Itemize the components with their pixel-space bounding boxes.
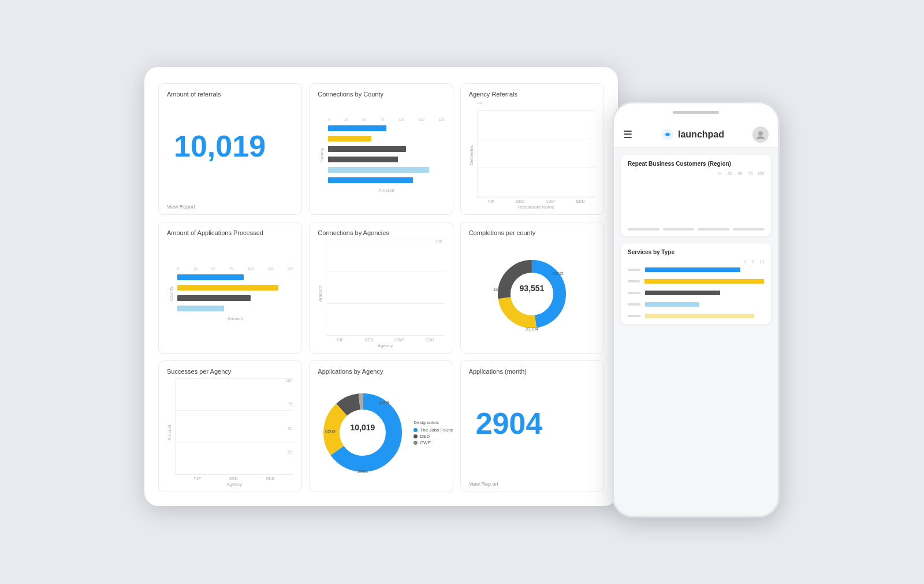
bar-label-cwp2: CWP [394, 338, 404, 342]
hamburger-icon[interactable]: ☰ [623, 128, 632, 141]
card-applications-agency: Applications by Agency 10,019 6509 [309, 360, 453, 492]
card-title-completions: Completions per county [469, 229, 595, 236]
card-amount-referrals: Amount of referrals 10,019 View Report [158, 83, 302, 215]
view-report-month[interactable]: View Rep ort [469, 478, 595, 487]
logo-text: launchpad [678, 129, 724, 140]
mobile-hbar-5 [628, 314, 764, 318]
y-axis-label-amount2: Amount [167, 425, 172, 441]
tablet: Amount of referrals 10,019 View Report C… [144, 67, 618, 506]
card-title-county: Connections by County [318, 91, 444, 98]
svg-text:2506: 2506 [357, 469, 368, 474]
scene: Amount of referrals 10,019 View Report C… [144, 67, 780, 518]
donut-completions: 93,551 44,132 23,104 26315 [469, 240, 595, 348]
card-title-apps-month: Applications (month) [469, 368, 595, 375]
card-connections-county: Connections by County County 0 25 50 75 … [309, 83, 453, 215]
x-axis-agency: Agency [326, 343, 444, 348]
referrals-value: 10,019 [174, 121, 293, 161]
mobile-card-services: Services by Type 0 5 10 [621, 243, 771, 324]
bar-label-edd2: EDD [425, 338, 434, 342]
card-title-connections-agencies: Connections by Agencies [318, 229, 444, 236]
mobile-hbar-4 [628, 302, 764, 307]
x-axis-agency2: Agency [175, 482, 293, 487]
mobile-chart-services: 0 5 10 [628, 260, 764, 318]
donut-apps: 10,019 6509 2506 1003 [318, 378, 410, 487]
mobile-card-title-repeat: Repeat Business Customers (Region) [628, 161, 764, 167]
legend-item-ded: DED [413, 434, 453, 439]
mobile-hbar-3 [628, 291, 764, 295]
bar-label-tjf3: TJF [194, 477, 201, 481]
bar-label-edd3: EDD [266, 477, 275, 481]
mobile-logo: launchpad [661, 128, 724, 142]
card-applications-processed: Amount of Applications Processed County … [158, 222, 302, 354]
svg-text:10,019: 10,019 [351, 423, 375, 432]
card-title-successes: Successes per Agency [167, 368, 293, 375]
logo-svg [661, 128, 675, 142]
svg-text:44,132: 44,132 [494, 288, 506, 292]
svg-point-17 [758, 131, 763, 136]
bar-label-ded: DED [516, 199, 524, 203]
mobile-card-title-services: Services by Type [628, 249, 764, 255]
view-report-link[interactable]: View Report [167, 200, 293, 210]
legend-label-ded: DED [420, 434, 430, 439]
bar-label-cwp: CWP [546, 199, 555, 203]
bar-label-ded2: DED [365, 338, 374, 342]
svg-text:23,104: 23,104 [526, 327, 539, 331]
notch-bar [673, 111, 719, 114]
bar-label-edd: EDD [576, 199, 585, 203]
mobile-content: Repeat Business Customers (Region) 0 25 … [614, 148, 778, 516]
card-agency-referrals: Agency Referrals Deliveries 100 [460, 83, 604, 215]
mobile-hbar-2 [628, 279, 764, 284]
apps-month-value: 2904 [476, 398, 595, 438]
legend-dot-dark [413, 434, 418, 438]
card-applications-month: Applications (month) 2904 View Rep ort [460, 360, 604, 492]
card-title-apps-agency: Applications by Agency [318, 368, 444, 375]
card-title-referrals: Amount of referrals [167, 91, 293, 98]
legend-item-cwp: CWP [413, 440, 453, 445]
x-axis-restaurant: Restaurant Name [477, 204, 595, 210]
svg-point-16 [666, 133, 669, 136]
legend-label-cwp: CWP [420, 440, 431, 445]
bar-label-tjf2: TJF [337, 338, 344, 342]
x-axis-amount-apps: Amount [177, 316, 293, 321]
card-completions-county: Completions per county 93,551 44,132 23,… [460, 222, 604, 354]
card-successes-agency: Successes per Agency Amount 100 75 [158, 360, 302, 492]
svg-text:93,551: 93,551 [520, 284, 545, 293]
legend-dot-gray [413, 441, 418, 445]
y-axis-label-deliveries: Deliveries [469, 145, 474, 165]
bar-label-ded3: DED [229, 477, 238, 481]
x-axis-amount-county: Amount [328, 188, 444, 193]
mobile-header: ☰ launchpad [614, 122, 778, 148]
mobile-card-repeat-business: Repeat Business Customers (Region) 0 25 … [621, 155, 771, 236]
legend-label-tjf: The Jobs Foundation [420, 427, 453, 433]
mobile-hbar-1 [628, 267, 764, 272]
svg-text:6509: 6509 [325, 429, 336, 434]
avatar-icon[interactable] [752, 127, 769, 143]
svg-text:1003: 1003 [379, 400, 389, 405]
legend-dot-blue [413, 428, 418, 432]
legend-item-tjf: The Jobs Foundation [413, 427, 453, 433]
mobile-device: ☰ launchpad Repeat Business Cu [612, 102, 780, 518]
card-connections-agencies: Connections by Agencies Amount 100 [309, 222, 453, 354]
card-title-agency-referrals: Agency Referrals [469, 91, 595, 98]
y-axis-label-county: County [319, 148, 325, 162]
mobile-chart-repeat [628, 180, 764, 226]
y-axis-label-amount: Amount [318, 286, 323, 302]
legend-designation: Designation: [413, 420, 453, 425]
donut-legend: The Jobs Foundation DED CWP [413, 427, 453, 445]
svg-text:26315: 26315 [553, 271, 564, 276]
bar-label-tjf: TJF [487, 199, 494, 203]
mobile-notch [614, 103, 778, 122]
user-icon [755, 129, 766, 140]
y-axis-label-county2: County [169, 287, 174, 301]
card-title-apps: Amount of Applications Processed [167, 229, 293, 236]
